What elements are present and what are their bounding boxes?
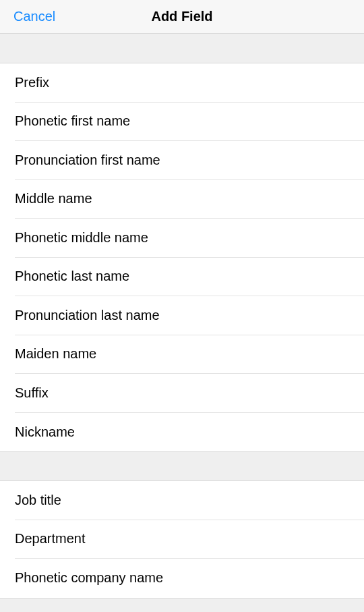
field-row-phonetic-last-name[interactable]: Phonetic last name [0, 258, 364, 297]
field-label: Phonetic company name [15, 570, 163, 586]
page-title: Add Field [151, 9, 212, 24]
cancel-button[interactable]: Cancel [13, 9, 55, 24]
field-row-pronunciation-last-name[interactable]: Pronunciation last name [0, 296, 364, 335]
navigation-bar: Cancel Add Field [0, 0, 364, 34]
field-label: Phonetic first name [15, 113, 130, 129]
field-row-middle-name[interactable]: Middle name [0, 180, 364, 219]
field-row-department[interactable]: Department [0, 520, 364, 559]
field-label: Job title [15, 493, 61, 508]
field-label: Phonetic middle name [15, 230, 148, 246]
field-label: Middle name [15, 191, 92, 206]
section-spacer [0, 34, 364, 63]
field-label: Suffix [15, 385, 49, 401]
field-row-nickname[interactable]: Nickname [0, 413, 364, 452]
field-label: Prefix [15, 75, 49, 90]
field-label: Phonetic last name [15, 269, 129, 284]
field-label: Pronunciation first name [15, 152, 160, 168]
section-spacer [0, 451, 364, 481]
section-spacer [0, 598, 364, 613]
field-label: Nickname [15, 424, 75, 440]
work-section: Job title Department Phonetic company na… [0, 481, 364, 598]
field-row-pronunciation-first-name[interactable]: Pronunciation first name [0, 141, 364, 180]
field-label: Maiden name [15, 346, 96, 362]
field-label: Department [15, 531, 86, 547]
field-row-phonetic-middle-name[interactable]: Phonetic middle name [0, 219, 364, 258]
field-row-job-title[interactable]: Job title [0, 481, 364, 520]
field-row-phonetic-first-name[interactable]: Phonetic first name [0, 103, 364, 142]
field-row-phonetic-company-name[interactable]: Phonetic company name [0, 559, 364, 598]
names-section: Prefix Phonetic first name Pronunciation… [0, 63, 364, 451]
field-row-prefix[interactable]: Prefix [0, 63, 364, 103]
field-row-suffix[interactable]: Suffix [0, 374, 364, 413]
field-label: Pronunciation last name [15, 308, 160, 323]
field-row-maiden-name[interactable]: Maiden name [0, 335, 364, 374]
